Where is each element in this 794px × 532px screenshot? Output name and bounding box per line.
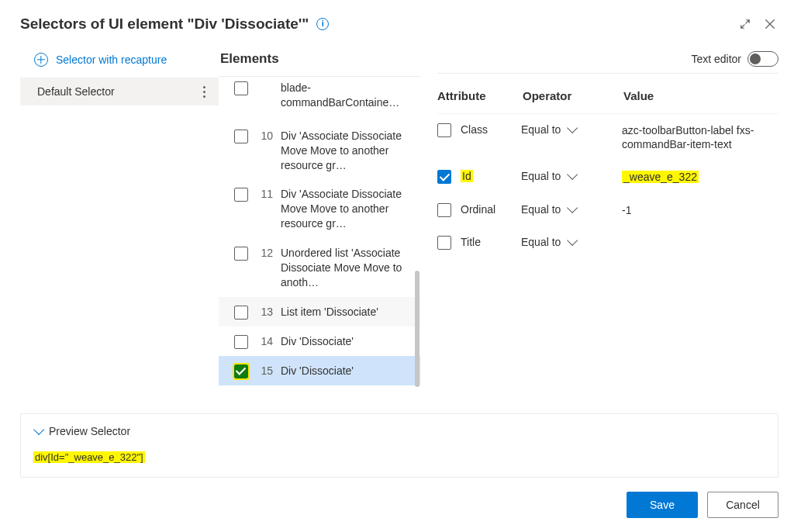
kebab-menu-button[interactable] — [197, 86, 211, 98]
element-row[interactable]: 14 Div 'Dissociate' — [219, 326, 420, 356]
element-row[interactable]: 13 List item 'Dissociate' — [219, 297, 420, 326]
element-index — [256, 80, 273, 81]
close-button[interactable] — [761, 16, 778, 33]
element-row[interactable]: 12 Unordered list 'Associate Dissociate … — [219, 238, 420, 297]
attribute-value[interactable]: -1 — [622, 203, 778, 217]
attribute-checkbox[interactable] — [437, 123, 451, 137]
attribute-operator[interactable]: Equal to — [521, 170, 622, 182]
attributes-header: Text editor — [437, 47, 778, 74]
col-header-operator: Operator — [523, 89, 623, 102]
element-index: 14 — [256, 333, 273, 347]
element-row[interactable]: blade-commandBarContaine… — [219, 77, 420, 121]
element-row[interactable]: 11 Div 'Associate Dissociate Move Move t… — [219, 179, 420, 238]
chevron-down-icon — [567, 123, 578, 133]
element-checkbox[interactable] — [234, 247, 248, 261]
element-index: 10 — [256, 128, 273, 142]
attribute-name: Class — [461, 123, 521, 136]
add-selector-label: Selector with recapture — [56, 54, 167, 66]
elements-heading: Elements — [219, 47, 420, 77]
col-header-attribute: Attribute — [437, 89, 523, 102]
selector-item-default[interactable]: Default Selector — [20, 78, 219, 105]
element-label: blade-commandBarContaine… — [281, 80, 414, 110]
element-label: Div 'Associate Dissociate Move Move to a… — [281, 128, 414, 173]
attribute-name: Ordinal — [461, 203, 521, 216]
text-editor-label: Text editor — [691, 53, 741, 65]
dialog-body: Selector with recapture Default Selector… — [20, 47, 778, 402]
preview-toggle[interactable]: Preview Selector — [33, 425, 765, 437]
plus-icon — [34, 53, 48, 67]
close-icon — [765, 19, 775, 29]
elements-scrollbar[interactable] — [414, 77, 420, 402]
elements-column: Elements blade-commandBarContaine… 10 Di… — [219, 47, 420, 402]
element-label: Div 'Dissociate' — [281, 363, 414, 378]
preview-selector-text: div[Id="_weave_e_322"] — [33, 451, 765, 463]
save-button[interactable]: Save — [627, 492, 698, 518]
dialog-footer: Save Cancel — [20, 492, 778, 518]
maximize-icon — [740, 19, 751, 29]
element-index: 13 — [256, 304, 273, 318]
element-checkbox[interactable] — [234, 306, 248, 320]
elements-list[interactable]: blade-commandBarContaine… 10 Div 'Associ… — [219, 77, 420, 402]
attribute-operator[interactable]: Equal to — [521, 123, 622, 136]
element-index: 11 — [256, 186, 273, 200]
chevron-down-icon — [567, 235, 578, 246]
selector-list: Default Selector — [20, 78, 219, 105]
element-label: Div 'Dissociate' — [281, 333, 414, 349]
attribute-value[interactable]: azc-toolbarButton-label fxs-commandBar-i… — [622, 123, 778, 151]
element-label: Unordered list 'Associate Dissociate Mov… — [281, 245, 414, 290]
attribute-checkbox[interactable] — [437, 203, 451, 217]
toggle-knob — [750, 54, 761, 64]
element-checkbox[interactable] — [234, 188, 248, 202]
attributes-column: Text editor Attribute Operator Value Cla… — [420, 47, 778, 402]
preview-selector-panel: Preview Selector div[Id="_weave_e_322"] — [20, 413, 778, 478]
element-row[interactable]: 15 Div 'Dissociate' — [219, 356, 420, 385]
attribute-name: Title — [461, 236, 521, 248]
element-label: List item 'Dissociate' — [281, 304, 414, 320]
left-panel: Selector with recapture Default Selector — [20, 47, 219, 402]
selector-item-label: Default Selector — [37, 85, 115, 98]
element-checkbox[interactable] — [234, 364, 248, 378]
attribute-row: Id Equal to _weave_e_322 — [437, 161, 778, 193]
attribute-row: Ordinal Equal to -1 — [437, 194, 778, 226]
element-checkbox[interactable] — [234, 335, 248, 349]
selector-builder-dialog: Selectors of UI element "Div 'Dissociate… — [0, 0, 794, 532]
preview-label: Preview Selector — [49, 425, 130, 437]
attribute-row: Title Equal to — [437, 226, 778, 259]
info-icon[interactable]: i — [316, 18, 329, 30]
chevron-down-icon — [567, 169, 578, 180]
text-editor-toggle[interactable] — [747, 51, 778, 67]
element-index: 15 — [256, 363, 273, 377]
add-selector-with-recapture[interactable]: Selector with recapture — [20, 47, 219, 78]
element-index: 12 — [256, 245, 273, 259]
element-checkbox[interactable] — [234, 81, 248, 95]
element-label: Div 'Associate Dissociate Move Move to a… — [281, 186, 414, 231]
attribute-operator[interactable]: Equal to — [521, 236, 622, 248]
scrollbar-thumb[interactable] — [415, 271, 419, 387]
attribute-checkbox[interactable] — [437, 170, 451, 184]
maximize-button[interactable] — [737, 16, 754, 33]
element-checkbox[interactable] — [234, 130, 248, 143]
attribute-value[interactable]: _weave_e_322 — [622, 170, 778, 184]
attribute-operator[interactable]: Equal to — [521, 203, 622, 216]
chevron-down-icon — [567, 202, 578, 212]
col-header-value: Value — [623, 89, 778, 102]
attribute-name: Id — [461, 170, 521, 182]
element-row[interactable]: 10 Div 'Associate Dissociate Move Move t… — [219, 121, 420, 180]
chevron-down-icon — [33, 424, 44, 435]
dialog-header: Selectors of UI element "Div 'Dissociate… — [20, 16, 778, 33]
attribute-checkbox[interactable] — [437, 236, 451, 250]
cancel-button[interactable]: Cancel — [707, 492, 778, 518]
dialog-title: Selectors of UI element "Div 'Dissociate… — [20, 16, 309, 33]
attributes-table-header: Attribute Operator Value — [437, 74, 778, 114]
attribute-row: Class Equal to azc-toolbarButton-label f… — [437, 114, 778, 161]
